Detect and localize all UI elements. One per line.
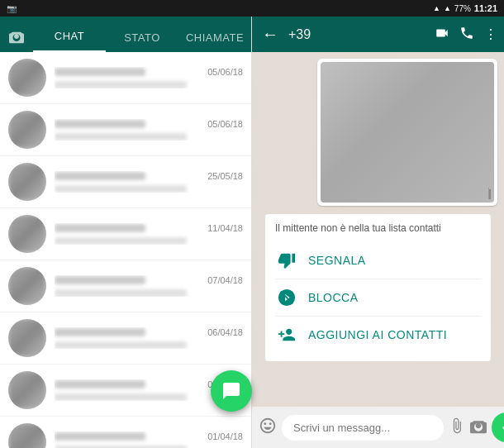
chat-info: 05/06/18 (55, 119, 243, 141)
status-bar-right: ▲ ▲ 77% 11:21 (252, 3, 504, 13)
chat-time: 11/04/18 (207, 223, 243, 233)
chat-info: 07/04/18 (55, 275, 243, 297)
chat-info: 11/04/18 (55, 223, 243, 245)
chat-background: Il mittente non è nella tua lista contat… (252, 52, 504, 407)
message-image (321, 62, 494, 203)
chat-time: 01/04/18 (207, 431, 243, 441)
info-text: Il mittente non è nella tua lista contat… (275, 222, 481, 234)
input-area (252, 407, 504, 448)
avatar (8, 267, 46, 305)
list-item[interactable]: 01/04/18 (0, 417, 251, 448)
right-header: ← +39 ⋮ (252, 17, 504, 52)
chat-time: 05/06/18 (207, 119, 243, 129)
new-chat-fab[interactable] (211, 370, 252, 412)
status-bar: 📷 ▲ ▲ 77% 11:21 (0, 0, 504, 17)
list-item[interactable]: 07/04/18 (0, 260, 251, 312)
mic-button[interactable] (492, 412, 504, 442)
nav-tabs: CHAT STATO CHIAMATE (0, 17, 251, 52)
avatar (8, 215, 46, 253)
chat-info: 05/06/18 (55, 67, 243, 88)
battery-label: 77% (454, 4, 471, 13)
camera-status-icon: 📷 (7, 4, 17, 13)
tab-chat[interactable]: CHAT (33, 30, 106, 52)
avatar (8, 59, 46, 97)
message-input[interactable] (282, 415, 444, 441)
avatar (8, 423, 46, 448)
tab-camera[interactable] (0, 29, 33, 52)
list-item[interactable]: 25/05/18 (0, 156, 251, 208)
chat-info: 25/05/18 (55, 171, 243, 193)
blocca-label: BLOCCA (308, 291, 359, 304)
right-panel: ← +39 ⋮ (252, 17, 504, 448)
chat-time: 25/05/18 (207, 171, 243, 181)
segnala-icon (275, 249, 298, 272)
chat-time: 07/04/18 (207, 275, 243, 285)
message-bubble (317, 59, 497, 206)
camera-button[interactable] (470, 417, 487, 438)
chat-time: 06/04/18 (207, 327, 243, 337)
back-button[interactable]: ← (259, 21, 282, 47)
list-item[interactable]: 05/06/18 (0, 52, 251, 104)
signal-icon: ▲ (433, 4, 440, 12)
header-actions: ⋮ (435, 26, 497, 44)
segnala-label: SEGNALA (308, 254, 366, 267)
avatar (8, 111, 46, 149)
segnala-button[interactable]: SEGNALA (275, 242, 481, 279)
status-bar-left: 📷 (0, 4, 252, 13)
list-item[interactable]: 06/04/18 (0, 312, 251, 365)
time-label: 11:21 (474, 3, 497, 13)
list-item[interactable]: 11/04/18 (0, 208, 251, 260)
wifi-icon: ▲ (444, 4, 451, 12)
contact-number: +39 (288, 27, 428, 42)
avatar (8, 163, 46, 201)
list-item[interactable]: 05/06/18 (0, 104, 251, 156)
chat-time: 05/06/18 (207, 67, 243, 77)
avatar (8, 319, 46, 357)
tab-chiamate[interactable]: CHIAMATE (178, 31, 251, 52)
aggiungi-label: AGGIUNGI AI CONTATTI (308, 328, 447, 341)
video-call-button[interactable] (435, 26, 449, 44)
blocca-button[interactable]: BLOCCA (275, 279, 481, 316)
main-content: CHAT STATO CHIAMATE 05/06/18 (0, 17, 504, 448)
aggiungi-icon (275, 323, 298, 346)
attachment-button[interactable] (449, 417, 465, 438)
more-options-icon[interactable]: ⋮ (484, 26, 497, 42)
avatar (8, 371, 46, 409)
contact-info[interactable]: +39 (288, 27, 428, 42)
tab-stato[interactable]: STATO (106, 31, 178, 52)
chat-info: 06/04/18 (55, 327, 243, 349)
chat-info: 01/04/18 (55, 431, 243, 448)
emoji-button[interactable] (259, 417, 277, 439)
call-button[interactable] (459, 26, 474, 44)
aggiungi-button[interactable]: AGGIUNGI AI CONTATTI (275, 317, 481, 353)
contact-info-card: Il mittente non è nella tua lista contat… (265, 214, 491, 361)
blocca-icon (275, 286, 298, 309)
